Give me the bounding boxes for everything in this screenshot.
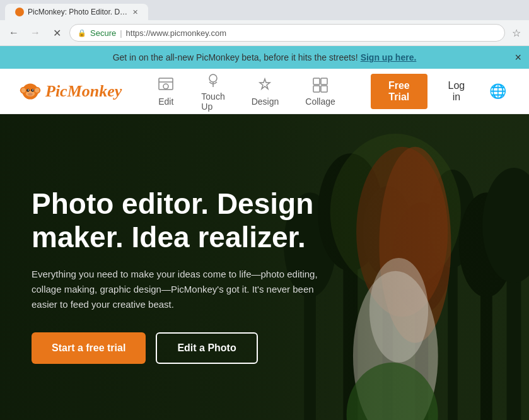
svg-point-8 — [28, 89, 29, 90]
tab-title: PicMonkey: Photo Editor. Design Maker. — [28, 8, 129, 16]
svg-rect-17 — [321, 78, 327, 85]
nav-item-collage[interactable]: Collage — [295, 71, 345, 112]
navbar: PicMonkey Edit — [0, 69, 529, 114]
edit-photo-button[interactable]: Edit a Photo — [156, 332, 257, 364]
announcement-bar: Get in on the all-new PicMonkey beta, be… — [0, 46, 529, 69]
url-text: https://www.picmonkey.com — [126, 28, 226, 38]
announcement-text: Get in on the all-new PicMonkey beta, be… — [113, 52, 361, 62]
active-tab[interactable]: PicMonkey: Photo Editor. Design Maker. ✕ — [5, 4, 148, 20]
nav-item-design[interactable]: Design — [241, 71, 289, 112]
nav-item-edit[interactable]: Edit — [147, 71, 185, 112]
touchup-icon — [204, 71, 222, 89]
url-separator: | — [120, 28, 122, 38]
svg-point-14 — [209, 74, 217, 82]
hero-title: Photo editor. Design maker. Idea realize… — [32, 187, 334, 254]
svg-rect-16 — [313, 78, 320, 85]
announcement-close-button[interactable]: × — [514, 51, 521, 64]
browser-tabs: PicMonkey: Photo Editor. Design Maker. ✕ — [0, 0, 529, 20]
nav-item-edit-label: Edit — [158, 96, 173, 107]
svg-rect-18 — [313, 86, 320, 92]
free-trial-button[interactable]: Free Trial — [371, 74, 427, 109]
svg-point-9 — [32, 89, 33, 90]
language-selector-button[interactable]: 🌐 — [485, 79, 510, 103]
start-trial-button[interactable]: Start a free trial — [32, 332, 146, 364]
hero-description: Everything you need to make your ideas c… — [32, 267, 334, 312]
svg-point-10 — [28, 93, 32, 96]
svg-point-13 — [163, 84, 168, 89]
site-wrapper: Get in on the all-new PicMonkey beta, be… — [0, 46, 529, 420]
hero-section: Photo editor. Design maker. Idea realize… — [0, 114, 529, 420]
login-button[interactable]: Log in — [440, 74, 473, 109]
logo-text: PicMonkey — [45, 82, 122, 101]
logo-link[interactable]: PicMonkey — [19, 80, 122, 103]
nav-item-design-label: Design — [252, 96, 279, 107]
address-bar[interactable]: 🔒 Secure | https://www.picmonkey.com — [69, 24, 505, 42]
hero-buttons: Start a free trial Edit a Photo — [32, 332, 334, 364]
nav-item-touchup-label: Touch Up — [201, 91, 224, 112]
nav-item-touchup[interactable]: Touch Up — [191, 66, 235, 117]
browser-toolbar: ← → ✕ 🔒 Secure | https://www.picmonkey.c… — [0, 20, 529, 45]
tab-favicon — [15, 8, 24, 16]
nav-items: Edit Touch Up — [147, 66, 345, 117]
nav-item-collage-label: Collage — [305, 96, 335, 107]
bookmark-button[interactable]: ☆ — [509, 25, 524, 40]
edit-icon — [157, 76, 175, 94]
hero-content: Photo editor. Design maker. Idea realize… — [0, 162, 366, 389]
secure-icon: 🔒 — [78, 29, 86, 37]
tab-close-button[interactable]: ✕ — [132, 8, 138, 16]
back-button[interactable]: ← — [5, 24, 23, 42]
logo-monkey-icon — [19, 80, 42, 103]
svg-point-3 — [21, 88, 26, 92]
collage-icon — [311, 76, 329, 94]
browser-chrome: PicMonkey: Photo Editor. Design Maker. ✕… — [0, 0, 529, 46]
svg-rect-19 — [321, 86, 327, 92]
design-icon — [256, 76, 274, 94]
svg-point-4 — [35, 88, 39, 92]
signup-link[interactable]: Sign up here. — [361, 52, 417, 62]
reload-button[interactable]: ✕ — [48, 24, 66, 42]
url-protocol: Secure — [90, 28, 116, 38]
forward-button[interactable]: → — [26, 24, 44, 42]
